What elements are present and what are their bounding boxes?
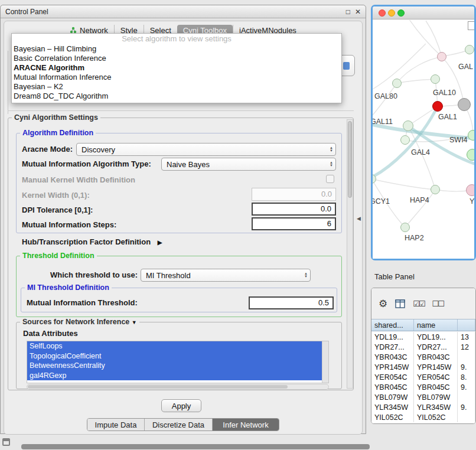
scrollbar-thumb[interactable] — [28, 385, 288, 389]
mi-threshold-input[interactable]: 0.5 — [249, 296, 334, 309]
close-icon[interactable]: ✕ — [355, 8, 361, 16]
group-title: Sources for Network Inference — [22, 318, 129, 326]
algorithm-option[interactable]: Basic Correlation Inference — [12, 54, 341, 63]
group-title: Algorithm Definition — [20, 129, 96, 137]
node-label: GAL80 — [374, 92, 397, 100]
algorithm-option[interactable]: Bayesian – K2 — [12, 82, 341, 92]
columns-icon[interactable] — [395, 299, 405, 308]
manual-kernel-checkbox[interactable] — [326, 175, 334, 183]
algorithm-option[interactable]: Mutual Information Inference — [12, 73, 341, 82]
bottom-tab-bar: Impute Data Discretize Data Infer Networ… — [87, 418, 279, 431]
apply-button[interactable]: Apply — [161, 399, 201, 412]
network-node[interactable] — [467, 149, 474, 161]
data-attributes-label: Data Attributes — [23, 328, 78, 340]
table-header: shared... name — [371, 319, 475, 331]
float-window-icon[interactable]: □ — [346, 8, 350, 16]
network-node[interactable] — [400, 223, 410, 232]
attribute-list-item[interactable]: SelfLoops — [27, 341, 322, 351]
algorithm-list: Bayesian – Hill ClimbingBasic Correlatio… — [12, 44, 341, 101]
network-canvas[interactable]: GALGAL80GAL10GAL11GAL1SWI4GAL4GCY1HAP4HA… — [373, 20, 474, 259]
algorithm-definition-group: Algorithm Definition Aracne Mode: Discov… — [16, 133, 342, 233]
network-node[interactable] — [431, 74, 440, 84]
column-header[interactable]: name — [414, 319, 458, 331]
node-label: HAP4 — [410, 196, 429, 204]
table-cell: YBL079W — [371, 392, 414, 402]
network-view-window[interactable]: GALGAL80GAL10GAL11GAL1SWI4GAL4GCY1HAP4HA… — [371, 5, 476, 260]
minimize-traffic-light-icon[interactable] — [388, 9, 395, 17]
window-title: Control Panel — [5, 8, 48, 16]
algorithm-option[interactable]: ARACNE Algorithm — [12, 63, 341, 73]
network-node[interactable] — [468, 130, 474, 141]
attribute-list-item[interactable]: BetweennessCentrality — [27, 361, 322, 371]
attribute-list-item[interactable]: TopologicalCoefficient — [27, 351, 322, 361]
column-header[interactable] — [458, 319, 475, 331]
tab-discretize-data[interactable]: Discretize Data — [144, 419, 212, 431]
table-row[interactable]: YLR345WYLR345W9. — [371, 402, 475, 412]
tab-impute-data[interactable]: Impute Data — [87, 419, 144, 431]
table-cell: YER054C — [414, 372, 458, 382]
hub-definition-toggle[interactable]: Hub/Transcription Factor Definition ▶ — [22, 236, 162, 248]
algorithm-option[interactable]: Bayesian – Hill Climbing — [12, 44, 341, 54]
table-cell: YER054C — [371, 372, 414, 382]
panel-corner-icon[interactable] — [2, 438, 10, 446]
network-node[interactable] — [437, 52, 446, 61]
network-window-titlebar[interactable] — [373, 6, 474, 19]
mi-algorithm-type-combobox[interactable]: Naive Bayes ▲▼ — [161, 158, 336, 171]
combobox-stepper-icon: ▲▼ — [330, 161, 333, 167]
network-node[interactable] — [431, 185, 440, 194]
table-cell: YBR043C — [371, 352, 414, 362]
table-row[interactable]: YER054CYER054C8. — [371, 372, 475, 382]
network-node[interactable] — [466, 184, 474, 196]
dropdown-placeholder: Select algorithm to view settings — [12, 34, 341, 44]
collapsed-arrow-icon: ▶ — [158, 239, 162, 246]
table-row[interactable]: YDR27...YDR27...12 — [371, 342, 475, 352]
scrollbar-thumb[interactable] — [348, 121, 352, 198]
table-row[interactable]: YBR043CYBR043C — [371, 352, 475, 362]
network-node[interactable] — [432, 101, 443, 112]
mi-steps-input[interactable]: 6 — [252, 217, 336, 230]
algorithm-option[interactable]: Dream8 DC_TDC Algorithm — [12, 92, 341, 101]
table-row[interactable]: YDL19...YDL19...13 — [371, 332, 475, 342]
data-attributes-list[interactable]: SelfLoopsTopologicalCoefficientBetweenne… — [27, 341, 329, 383]
select-all-icon[interactable]: ☑☑ — [413, 300, 424, 308]
overview-box[interactable] — [468, 21, 474, 30]
table-row[interactable]: YPR145WYPR145W9. — [371, 362, 475, 372]
settings-vertical-scrollbar[interactable] — [347, 119, 353, 389]
mi-algorithm-type-label: Mutual Information Algorithm Type: — [22, 158, 151, 170]
table-cell: YPR145W — [414, 362, 458, 372]
node-label: GAL4 — [411, 148, 430, 156]
control-panel-titlebar[interactable]: Control Panel □ ✕ — [1, 5, 366, 18]
network-node[interactable] — [458, 98, 471, 111]
kernel-width-input[interactable]: 0.0 — [252, 188, 336, 201]
dpi-tolerance-input[interactable]: 0.0 — [252, 203, 336, 216]
algorithm-dropdown-popup: Select algorithm to view settings Bayesi… — [11, 33, 342, 103]
list-horizontal-scrollbar[interactable] — [27, 384, 329, 390]
table-cell: YBR045C — [414, 382, 458, 392]
list-vertical-scrollbar[interactable] — [322, 341, 328, 383]
sources-group-toggle[interactable]: Sources for Network Inference ▼ — [20, 318, 139, 326]
table-cell: YIL052C — [371, 412, 414, 422]
network-node[interactable] — [400, 135, 410, 145]
network-node[interactable] — [403, 120, 413, 131]
mi-threshold-label: Mutual Information Threshold: — [27, 297, 138, 309]
which-threshold-combobox[interactable]: MI Threshold ▲▼ — [141, 269, 311, 282]
table-row[interactable]: YIL052CYIL052C — [371, 412, 475, 422]
network-node[interactable] — [392, 79, 402, 88]
horizontal-scrollbar-thumb[interactable] — [21, 444, 370, 449]
table-row[interactable]: YBL079WYBL079W — [371, 392, 475, 402]
aracne-mode-label: Aracne Mode: — [22, 144, 73, 155]
table-row[interactable]: YBR045CYBR045C9. — [371, 382, 475, 392]
attribute-list-item[interactable]: gal4RGexp — [27, 371, 322, 381]
network-node[interactable] — [465, 45, 474, 54]
splitter-collapse-icon[interactable]: ◀ — [357, 216, 361, 221]
table-cell: YLR345W — [371, 402, 414, 412]
zoom-traffic-light-icon[interactable] — [397, 9, 405, 17]
close-traffic-light-icon[interactable] — [379, 9, 386, 17]
node-label: GAL11 — [373, 118, 393, 126]
tab-infer-network[interactable]: Infer Network — [212, 419, 279, 431]
column-header[interactable]: shared... — [371, 319, 414, 331]
deselect-all-icon[interactable]: ☐☐ — [432, 300, 444, 308]
gear-icon[interactable]: ⚙ — [379, 299, 387, 309]
aracne-mode-combobox[interactable]: Discovery ▲▼ — [76, 143, 336, 156]
table-cell: YPR145W — [371, 362, 414, 372]
